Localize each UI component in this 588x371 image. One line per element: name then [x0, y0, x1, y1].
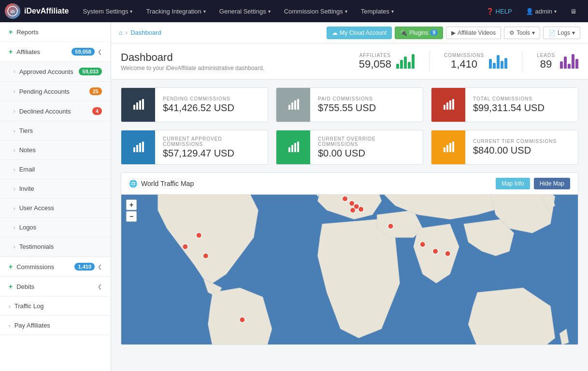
card-label: CURRENT TIER COMMISSIONS: [473, 139, 557, 144]
expand-icon: +: [9, 283, 13, 290]
top-navigation: iD iDevAffiliate System Settings ▾ Track…: [0, 0, 588, 22]
sidebar-item-logos[interactable]: › Logos: [0, 218, 111, 237]
sidebar-item-declined-accounts[interactable]: › Declined Accounts 4: [0, 101, 111, 121]
chevron-right-icon: ›: [14, 69, 15, 74]
world-traffic-map-section: 🌐 World Traffic Map Map Info Hide Map + …: [121, 172, 578, 345]
file-icon: 📄: [548, 29, 556, 36]
svg-rect-10: [444, 105, 445, 110]
card-value: $840.00 USD: [473, 145, 557, 156]
card-icon-pending: [121, 88, 155, 122]
svg-rect-5: [142, 99, 144, 110]
nav-tracking-integration[interactable]: Tracking Integration ▾: [139, 0, 212, 22]
sidebar-item-pending-accounts[interactable]: › Pending Accounts 25: [0, 82, 111, 101]
bar-segment: [501, 61, 503, 69]
card-icon-approved: [121, 130, 155, 164]
tools-button[interactable]: ⚙ Tools ▾: [504, 27, 540, 39]
affiliate-videos-button[interactable]: ▶ Affiliate Videos: [446, 27, 501, 39]
chevron-right-icon: ›: [14, 186, 15, 192]
logs-button[interactable]: 📄 Logs ▾: [543, 27, 580, 39]
nav-system-settings[interactable]: System Settings ▾: [76, 0, 139, 22]
globe-icon: 🌐: [129, 180, 137, 187]
card-label: TOTAL COMMISSIONS: [473, 96, 545, 101]
map-zoom-controls: + −: [126, 200, 137, 222]
main-layout: + Reports + Affiliates 59,058 ❮ › Approv…: [0, 22, 588, 371]
pending-commissions-card: PENDING COMMISSIONS $41,426.52 USD: [121, 87, 268, 122]
sidebar-item-label: Invite: [19, 185, 34, 192]
pending-badge: 25: [89, 87, 102, 95]
map-info-button[interactable]: Map Info: [496, 178, 530, 189]
sidebar-item-label: Pay Affiliates: [14, 322, 50, 329]
svg-rect-13: [452, 99, 454, 110]
sidebar-item-label: Notes: [19, 146, 36, 154]
card-icon-tier: [431, 130, 465, 164]
paid-commissions-card: PAID COMMISSIONS $755.55 USD: [276, 87, 423, 122]
svg-rect-20: [294, 143, 296, 152]
nav-monitor[interactable]: 🖥: [563, 0, 583, 22]
svg-rect-7: [291, 102, 293, 110]
chevron-right-icon: ›: [14, 88, 15, 94]
sidebar-item-label: Tiers: [19, 127, 33, 134]
sidebar-item-label: User Access: [19, 204, 54, 212]
sidebar-item-notes[interactable]: › Notes: [0, 141, 111, 160]
sidebar-item-commissions[interactable]: + Commissions 1,410 ❮: [0, 257, 111, 277]
my-cloud-account-button[interactable]: ☁ My Cloud Account: [327, 27, 392, 39]
current-approved-card: CURRENT APPROVED COMMISSIONS $57,129.47 …: [121, 130, 268, 165]
sidebar-item-approved-accounts[interactable]: › Approved Accounts 59,033: [0, 62, 111, 82]
zoom-in-button[interactable]: +: [126, 200, 137, 210]
sidebar-item-user-access[interactable]: › User Access: [0, 199, 111, 218]
sidebar-item-label: Email: [19, 166, 35, 173]
dashboard-stats: AFFILIATES 59,058 COMMISSIONS: [359, 52, 578, 71]
plugins-button[interactable]: 🔌 Plugins 9: [395, 27, 443, 39]
nav-templates[interactable]: Templates ▾: [354, 0, 401, 22]
sidebar-item-affiliates[interactable]: + Affiliates 59,058 ❮: [0, 42, 111, 62]
svg-rect-9: [297, 99, 299, 110]
chevron-right-icon: ›: [14, 128, 15, 134]
bar-segment: [489, 59, 492, 69]
map-header: 🌐 World Traffic Map Map Info Hide Map: [121, 173, 578, 195]
plugin-icon: 🔌: [400, 29, 407, 36]
nav-help[interactable]: ❓ HELP: [479, 0, 519, 22]
traffic-dot: [240, 317, 245, 322]
sidebar-item-tiers[interactable]: › Tiers: [0, 121, 111, 141]
nav-commission-settings[interactable]: Commission Settings ▾: [277, 0, 354, 22]
hide-map-button[interactable]: Hide Map: [534, 178, 570, 189]
svg-rect-3: [136, 102, 138, 110]
subheader-actions: ☁ My Cloud Account 🔌 Plugins 9 ▶ Affilia…: [327, 27, 580, 39]
svg-rect-22: [444, 147, 445, 152]
svg-rect-11: [446, 102, 448, 110]
dashboard-subtitle: Welcome to your iDevAffiliate administra…: [121, 65, 264, 71]
cloud-icon: ☁: [332, 29, 338, 36]
bar-segment: [400, 60, 403, 69]
sidebar-item-pay-affiliates[interactable]: › Pay Affiliates: [0, 316, 111, 335]
nav-general-settings[interactable]: General Settings ▾: [213, 0, 277, 22]
svg-rect-18: [288, 147, 290, 152]
stat-divider: [429, 52, 430, 71]
svg-rect-15: [136, 145, 138, 152]
traffic-dot: [203, 253, 208, 258]
expand-icon: +: [9, 263, 13, 271]
svg-rect-14: [133, 147, 135, 152]
subheader: ⌂ › Dashboard ☁ My Cloud Account 🔌 Plugi…: [111, 22, 588, 43]
sidebar-item-reports[interactable]: + Reports: [0, 22, 111, 42]
leads-bar-chart: [560, 54, 578, 69]
brand-logo-area[interactable]: iD iDevAffiliate: [5, 3, 69, 19]
traffic-dot: [420, 242, 425, 247]
sidebar-item-traffic-log[interactable]: › Traffic Log: [0, 297, 111, 316]
sidebar-item-label: Commissions: [16, 263, 54, 271]
sidebar-item-label: Approved Accounts: [19, 68, 73, 75]
chevron-down-icon: ▾: [130, 9, 132, 14]
zoom-out-button[interactable]: −: [126, 211, 137, 222]
chevron-down-icon: ▾: [532, 29, 535, 36]
current-override-card: CURRENT OVERRIDE COMMISSIONS $0.00 USD: [276, 130, 423, 165]
sidebar-item-testimonials[interactable]: › Testimonials: [0, 237, 111, 257]
svg-rect-25: [452, 142, 454, 152]
sidebar-item-email[interactable]: › Email: [0, 160, 111, 179]
nav-admin[interactable]: 👤 admin ▾: [519, 0, 563, 22]
card-value: $41,426.52 USD: [163, 102, 234, 114]
svg-text:iD: iD: [11, 9, 15, 14]
stat-affiliates: AFFILIATES 59,058: [359, 53, 415, 71]
chevron-right-icon: ›: [14, 108, 15, 114]
stat-commissions-label: COMMISSIONS: [444, 53, 484, 58]
sidebar-item-debits[interactable]: + Debits ❮: [0, 277, 111, 297]
sidebar-item-invite[interactable]: › Invite: [0, 179, 111, 199]
